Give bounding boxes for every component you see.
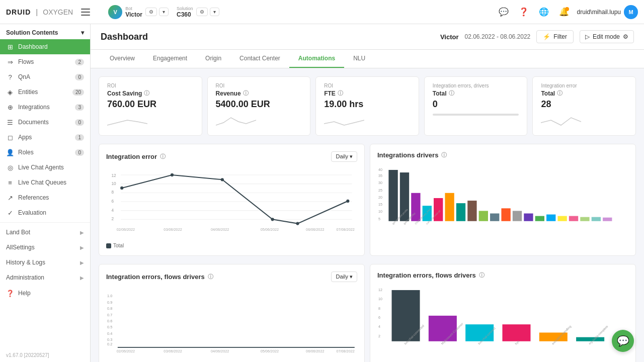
svg-text:07/08/2022: 07/08/2022 — [336, 227, 354, 232]
tab-origin[interactable]: Origin — [196, 50, 230, 68]
sidebar-item-evaluation[interactable]: ✓ Evaluation — [0, 205, 90, 220]
chart-info-4[interactable]: ⓘ — [479, 272, 485, 279]
help-icon[interactable]: ❓ — [517, 5, 531, 19]
sidebar-item-flows[interactable]: ⇒ Flows 2 — [0, 54, 90, 69]
user-name: druid\mihail.lupu — [577, 9, 621, 16]
chart-info-1[interactable]: ⓘ — [160, 153, 166, 160]
roles-icon: 👤 — [6, 148, 14, 156]
solution-label: Solution — [177, 6, 193, 11]
dashboard-header: Dashboard Victor 02.06.2022 - 08.06.2022… — [91, 24, 644, 50]
version-label: v1.67.0 [20220527] — [0, 348, 90, 362]
solution-settings-button[interactable]: ⚙ — [196, 8, 208, 16]
kpi-roi-label-5: Integration error — [541, 83, 627, 88]
svg-point-12 — [120, 187, 123, 190]
chart-header-2: Integrations drivers ⓘ — [377, 151, 628, 159]
bot-settings-button[interactable]: ⚙ — [145, 8, 157, 16]
solution-dropdown-button[interactable]: ▾ — [210, 8, 219, 16]
dashboard-icon: ⊞ — [6, 43, 14, 51]
svg-point-15 — [271, 218, 274, 221]
kpi-chart-4 — [433, 114, 519, 116]
sidebar-item-qna[interactable]: ? QnA 0 — [0, 69, 90, 84]
bot-controls: ⚙ ▾ — [145, 8, 169, 16]
sparkline-1 — [107, 113, 147, 128]
tab-nlu[interactable]: NLU — [344, 50, 374, 68]
entities-icon: ◈ — [6, 88, 14, 96]
integrations-icon: ⊕ — [6, 103, 14, 111]
filter-button[interactable]: ⚡ Filter — [536, 30, 574, 43]
sparkline-3 — [324, 113, 364, 128]
dashboard-tabs: Overview Engagement Origin Contact Cente… — [91, 50, 644, 68]
dashboard-user: Victor — [440, 33, 459, 41]
chat-icon[interactable]: 💬 — [497, 5, 511, 19]
sidebar-item-land-bot[interactable]: Land Bot ▶ — [0, 225, 90, 240]
kpi-roi-label-1: ROI — [107, 83, 194, 88]
integrations-badge: 3 — [75, 104, 84, 111]
svg-text:07/08/2022: 07/08/2022 — [336, 349, 354, 353]
chart-info-3[interactable]: ⓘ — [208, 273, 213, 281]
bot-name: Victor — [125, 11, 142, 18]
edit-mode-button[interactable]: ▷ Edit mode ⚙ — [580, 30, 634, 43]
sidebar-item-all-settings[interactable]: AllSettings ▶ — [0, 240, 90, 255]
svg-rect-48 — [569, 216, 578, 221]
kpi-info-4[interactable]: ⓘ — [449, 89, 454, 97]
kpi-cost-saving: ROI Cost Saving ⓘ 760.00 EUR — [99, 76, 202, 136]
sidebar-section-title: Solution Contents — [6, 29, 58, 36]
chart-header-4: Integration errors, flows drivers ⓘ — [377, 272, 628, 279]
kpi-info-1[interactable]: ⓘ — [144, 89, 149, 97]
sidebar-item-references[interactable]: ↗ References — [0, 190, 90, 205]
sidebar-item-roles[interactable]: 👤 Roles 0 — [0, 145, 90, 160]
legend-total: Total — [106, 243, 124, 248]
tab-engagement[interactable]: Engagement — [144, 50, 196, 68]
sidebar-item-live-chat-agents[interactable]: ◎ Live Chat Agents — [0, 160, 90, 175]
sidebar-section-header[interactable]: Solution Contents ▾ — [0, 24, 90, 39]
tab-contact-center[interactable]: Contact Center — [230, 50, 289, 68]
kpi-info-3[interactable]: ⓘ — [338, 89, 343, 97]
svg-point-13 — [171, 173, 174, 176]
svg-rect-51 — [603, 218, 612, 221]
sidebar-item-integrations[interactable]: ⊕ Integrations 3 — [0, 100, 90, 115]
svg-text:0.7: 0.7 — [107, 313, 112, 317]
sidebar-item-documents[interactable]: ☰ Documents 0 — [0, 115, 90, 130]
sidebar-item-entities[interactable]: ◈ Entities 20 — [0, 84, 90, 100]
sidebar: Solution Contents ▾ ⊞ Dashboard ⇒ Flows … — [0, 24, 91, 362]
tab-automations[interactable]: Automations — [289, 50, 344, 68]
topnav: DRUID | OXYGEN V Bot Victor ⚙ ▾ Solut — [0, 0, 644, 24]
sidebar-divider-1 — [0, 222, 90, 223]
language-icon[interactable]: 🌐 — [537, 5, 551, 19]
svg-point-16 — [296, 222, 299, 225]
hamburger-button[interactable] — [79, 7, 92, 18]
chart-dropdown-1[interactable]: Daily ▾ — [331, 151, 357, 162]
sidebar-item-dashboard[interactable]: ⊞ Dashboard — [0, 39, 90, 54]
svg-text:15: 15 — [378, 203, 382, 207]
sidebar-item-help[interactable]: ❓ Help — [0, 285, 90, 301]
documents-icon: ☰ — [6, 118, 14, 126]
svg-text:4: 4 — [111, 208, 114, 213]
chart-info-2[interactable]: ⓘ — [441, 151, 447, 159]
bot-dropdown-button[interactable]: ▾ — [159, 8, 169, 16]
sidebar-item-administration[interactable]: Administration ▶ — [0, 270, 90, 285]
kpi-info-2[interactable]: ⓘ — [243, 89, 249, 97]
svg-text:03/06/2022: 03/06/2022 — [164, 349, 182, 353]
sidebar-item-live-chat-queues[interactable]: ≡ Live Chat Queues — [0, 175, 90, 190]
user-menu[interactable]: druid\mihail.lupu M — [577, 5, 638, 19]
svg-point-14 — [221, 178, 224, 181]
chart-dropdown-3[interactable]: Daily ▾ — [331, 272, 357, 282]
sidebar-item-label: QnA — [18, 73, 30, 80]
svg-text:0.9: 0.9 — [107, 300, 112, 305]
sidebar-item-history-logs[interactable]: History & Logs ▶ — [0, 255, 90, 270]
svg-text:10: 10 — [378, 210, 382, 214]
chat-float-button[interactable]: 💬 — [612, 330, 634, 352]
svg-rect-44 — [524, 214, 533, 221]
line-chart-svg: 12 10 8 6 4 2 — [106, 167, 357, 237]
svg-text:35: 35 — [378, 174, 382, 178]
tab-overview[interactable]: Overview — [101, 50, 144, 68]
bot-selector: V Bot Victor ⚙ ▾ — [108, 5, 169, 19]
chart-title-2: Integrations drivers ⓘ — [377, 151, 447, 159]
sidebar-item-apps[interactable]: ◻ Apps 1 — [0, 130, 90, 145]
bar-chart-2-svg: 12 10 8 6 4 2 live-chat- — [377, 284, 628, 354]
kpi-value-5: 28 — [541, 99, 627, 110]
kpi-info-5[interactable]: ⓘ — [557, 89, 562, 97]
kpi-value-1: 760.00 EUR — [107, 99, 194, 110]
administration-arrow: ▶ — [80, 275, 84, 281]
notifications-icon[interactable]: 🔔 — [557, 5, 571, 19]
